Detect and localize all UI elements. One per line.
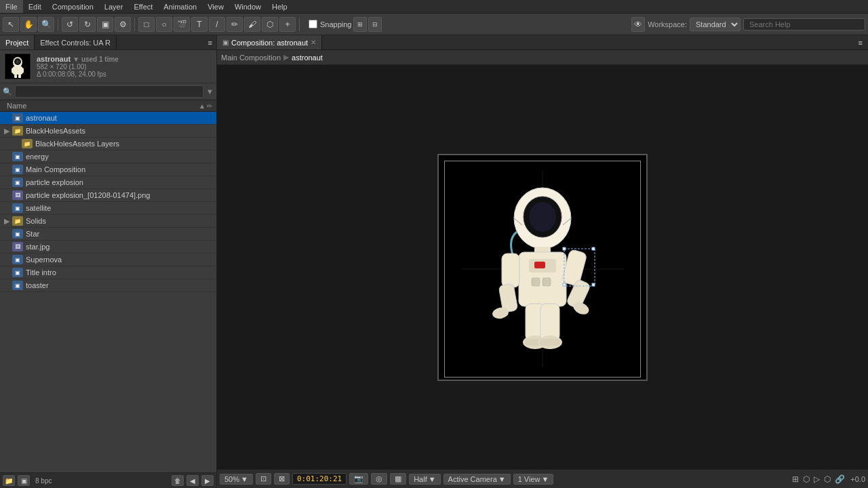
list-item[interactable]: ▶ 📁 Solids <box>0 215 216 228</box>
menu-edit[interactable]: Edit <box>23 0 47 13</box>
3d-icon[interactable]: ⬡ <box>823 473 832 485</box>
pen-tool[interactable]: / <box>209 17 225 32</box>
comp-icon: ▣ <box>12 281 23 290</box>
comp-icon: ▣ <box>12 268 23 277</box>
camera-btn[interactable]: Active Camera ▼ <box>443 474 511 485</box>
snap-btn1[interactable]: ⊞ <box>353 17 367 32</box>
image-icon: 🖼 <box>12 190 23 200</box>
resize-btn[interactable]: ⊠ <box>274 473 290 485</box>
list-item[interactable]: 📁 BlackHolesAssets Layers <box>0 138 216 150</box>
right-panel: ▣ Composition: astronaut ✕ ≡ Main Compos… <box>217 35 868 488</box>
sep3 <box>299 18 300 31</box>
comp-icon: ▣ <box>12 255 23 264</box>
panel-menu-btn[interactable]: ≡ <box>204 39 216 47</box>
list-item[interactable]: ▣ Title intro <box>0 266 216 279</box>
viewer-icons-group: ⊞ ⬡ ▷ ⬡ 🔗 +0.0 <box>791 473 865 485</box>
svg-rect-38 <box>563 283 566 286</box>
project-duration: Δ 0:00:08:08, 24.00 fps <box>37 70 212 78</box>
svg-rect-34 <box>540 339 560 346</box>
svg-rect-37 <box>592 247 595 250</box>
comp-panel-menu[interactable]: ≡ <box>853 39 868 47</box>
workspace-icon[interactable]: 👁 <box>631 17 645 32</box>
quality-select-btn[interactable]: Half ▼ <box>409 474 440 485</box>
transparency-btn[interactable]: ▦ <box>390 473 406 485</box>
breadcrumb-main[interactable]: Main Composition <box>221 54 281 62</box>
list-item[interactable]: ▣ energy <box>0 150 216 163</box>
col-edit-icon[interactable]: ✏ <box>207 102 212 110</box>
redo-btn[interactable]: ↻ <box>79 17 96 32</box>
render-queue[interactable]: ▣ <box>97 17 113 32</box>
svg-rect-4 <box>13 66 22 75</box>
menu-layer[interactable]: Layer <box>99 0 129 13</box>
camera-shutter-btn[interactable]: 📷 <box>349 473 368 485</box>
anchor-tool[interactable]: + <box>279 17 296 32</box>
stamp-tool[interactable]: ⬡ <box>262 17 278 32</box>
fit-btn[interactable]: ⊡ <box>256 473 271 485</box>
folder-icon: 📁 <box>22 139 33 148</box>
image-icon: 🖼 <box>12 242 23 251</box>
trash-btn[interactable]: 🗑 <box>172 475 184 486</box>
paint-tool[interactable]: 🖌 <box>244 17 260 32</box>
list-item[interactable]: ▶ 📁 BlackHolesAssets <box>0 125 216 138</box>
zoom-control[interactable]: 50% ▼ <box>220 474 253 485</box>
viewer-timecode[interactable]: 0:01:20:21 <box>292 473 347 485</box>
svg-point-14 <box>529 202 556 232</box>
project-search-input[interactable] <box>15 85 203 98</box>
hand-tool[interactable]: ✋ <box>20 17 37 32</box>
grid-icon[interactable]: ⊞ <box>791 473 800 485</box>
prev-btn[interactable]: ◀ <box>186 475 199 486</box>
search-options-icon[interactable]: ▼ <box>206 87 214 96</box>
breadcrumb-astronaut[interactable]: astronaut <box>292 54 323 62</box>
snap-btn2[interactable]: ⊟ <box>368 17 382 32</box>
plus-value: +0.0 <box>850 475 865 483</box>
camera-tool[interactable]: 🎬 <box>174 17 190 32</box>
list-item[interactable]: 🖼 particle explosion_[01208-01474].png <box>0 189 216 202</box>
rect-tool[interactable]: □ <box>138 17 155 32</box>
snapping-checkbox[interactable] <box>309 20 317 28</box>
workspace-select[interactable]: Standard <box>690 18 741 31</box>
expand-icon: ▶ <box>4 217 11 226</box>
list-item[interactable]: 🖼 star.jpg <box>0 241 216 253</box>
menu-help[interactable]: Help <box>267 0 293 13</box>
project-footer: 📁 ▣ 8 bpc 🗑 ◀ ▶ <box>0 472 216 488</box>
new-folder-btn[interactable]: 📁 <box>3 475 15 486</box>
list-item[interactable]: ▣ toaster <box>0 279 216 292</box>
item-label: BlackHolesAssets <box>26 127 212 135</box>
toolbar: ↖ ✋ 🔍 ↺ ↻ ▣ ⚙ □ ○ 🎬 T / ✏ 🖌 ⬡ + Snapping… <box>0 14 868 35</box>
comp-tab-astronaut[interactable]: ▣ Composition: astronaut ✕ <box>217 35 322 49</box>
menu-file[interactable]: File <box>0 0 23 13</box>
menu-composition[interactable]: Composition <box>47 0 99 13</box>
text-tool[interactable]: T <box>191 17 208 32</box>
menu-animation[interactable]: Animation <box>158 0 202 13</box>
list-item[interactable]: ▣ Main Composition <box>0 163 216 176</box>
selection-tool[interactable]: ↖ <box>3 17 19 32</box>
list-item[interactable]: ▣ particle explosion <box>0 176 216 189</box>
menu-effect[interactable]: Effect <box>128 0 158 13</box>
next-btn[interactable]: ▶ <box>201 475 214 486</box>
brush-tool[interactable]: ✏ <box>226 17 243 32</box>
item-label: satellite <box>26 204 212 212</box>
output-module[interactable]: ⚙ <box>115 17 131 32</box>
list-item[interactable]: ▣ Supernova <box>0 253 216 266</box>
draft-btn[interactable]: ◎ <box>371 473 387 485</box>
list-item[interactable]: ▣ satellite <box>0 202 216 215</box>
list-item[interactable]: ▣ Star <box>0 228 216 241</box>
list-item[interactable]: ▣ astronaut <box>0 112 216 125</box>
view-btn[interactable]: 1 View ▼ <box>513 474 554 485</box>
project-list-header: Name ▲ ✏ <box>0 100 216 112</box>
col-sort-icon[interactable]: ▲ <box>199 102 205 110</box>
link-icon[interactable]: 🔗 <box>833 473 846 485</box>
mask-icon[interactable]: ⬡ <box>802 473 811 485</box>
render-icon[interactable]: ▷ <box>812 473 821 485</box>
tab-effect-controls[interactable]: Effect Controls: UA R <box>35 35 117 49</box>
comp-tab-close[interactable]: ✕ <box>311 39 316 46</box>
project-list[interactable]: ▣ astronaut ▶ 📁 BlackHolesAssets 📁 Black… <box>0 112 216 472</box>
ellipse-tool[interactable]: ○ <box>156 17 172 32</box>
undo-btn[interactable]: ↺ <box>62 17 78 32</box>
zoom-tool[interactable]: 🔍 <box>38 17 54 32</box>
tab-project[interactable]: Project <box>0 35 35 49</box>
menu-window[interactable]: Window <box>229 0 267 13</box>
menu-view[interactable]: View <box>202 0 229 13</box>
new-comp-btn[interactable]: ▣ <box>18 475 30 486</box>
search-help-input[interactable] <box>743 18 865 30</box>
